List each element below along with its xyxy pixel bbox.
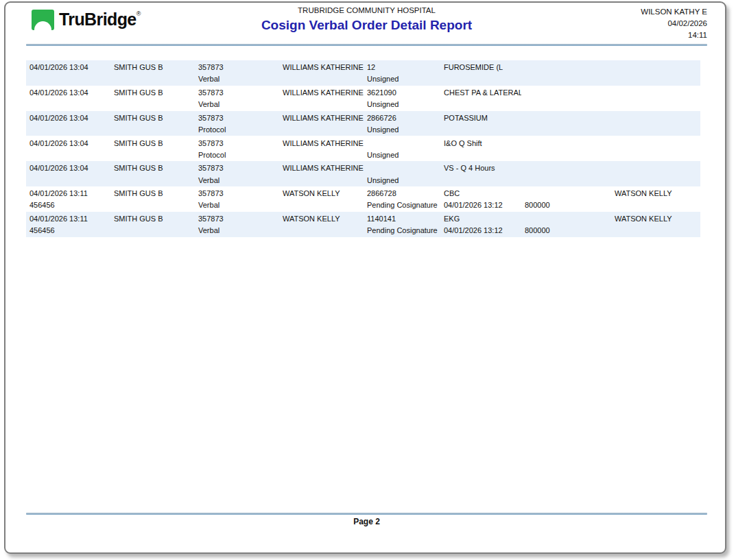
order-description: VS - Q 4 Hours <box>444 162 521 174</box>
orders-table: 04/01/2026 13:04 SMITH GUS B 357873 Verb… <box>26 60 700 237</box>
physician-cell: WILLIAMS KATHERINE <box>279 62 364 86</box>
order-type: Verbal <box>198 99 279 110</box>
empty-line <box>615 124 700 136</box>
entered-by-cell: SMITH GUS B <box>110 138 195 162</box>
entered-by: SMITH GUS B <box>114 62 195 73</box>
cosigned-by <box>615 162 700 174</box>
entered-by: SMITH GUS B <box>114 188 195 199</box>
order-number: 2866728 <box>367 188 440 199</box>
empty-line <box>283 99 364 110</box>
order-type: Protocol <box>198 149 279 161</box>
order-status: Pending Cosignature <box>367 225 440 236</box>
cosigned-by-cell <box>611 162 700 186</box>
empty-line <box>114 149 195 161</box>
cosigned-by-cell <box>611 87 700 111</box>
order-number <box>367 138 440 149</box>
cosigned-by <box>615 112 700 124</box>
order-status: Unsigned <box>367 175 440 186</box>
empty-line <box>615 73 700 85</box>
order-datetime-cell: 04/01/2026 13:04 <box>26 162 110 186</box>
empty-line <box>114 225 195 236</box>
order-number: 3621090 <box>367 87 440 99</box>
order-row: 04/01/2026 13:04 SMITH GUS B 357873 Prot… <box>26 136 700 161</box>
report-page: TruBridge ® TRUBRIDGE COMMUNITY HOSPITAL… <box>4 1 726 554</box>
description-cell: CHEST PA & LATERAL <box>440 87 521 111</box>
empty-line <box>283 73 364 85</box>
entered-by-cell: SMITH GUS B <box>110 112 195 136</box>
cosign-datetime <box>444 73 521 85</box>
empty-line <box>283 175 364 186</box>
physician-name: WILLIAMS KATHERINE <box>283 62 364 73</box>
cosign-datetime: 04/01/2026 13:12 <box>444 225 521 236</box>
empty-line <box>283 199 364 211</box>
physician-cell: WILLIAMS KATHERINE <box>279 87 364 111</box>
order-number-cell: 12 Unsigned <box>364 62 440 86</box>
footer-divider <box>26 513 707 515</box>
cosign-code <box>525 175 611 186</box>
order-number-cell: 2866728 Pending Cosignature <box>364 188 440 212</box>
account-number <box>29 73 110 85</box>
visit-cell: 357873 Verbal <box>195 162 279 186</box>
report-run-date: 04/02/2026 <box>641 18 707 29</box>
order-datetime: 04/01/2026 13:11 <box>29 213 110 225</box>
order-description: CHEST PA & LATERAL <box>444 87 521 99</box>
visit-number: 357873 <box>198 112 279 124</box>
cosign-datetime: 04/01/2026 13:12 <box>444 199 521 211</box>
visit-number: 357873 <box>198 188 279 199</box>
physician-cell: WATSON KELLY <box>279 213 364 237</box>
order-row: 04/01/2026 13:11 456456 SMITH GUS B 3578… <box>26 186 700 212</box>
order-status: Pending Cosignature <box>367 199 440 211</box>
order-datetime: 04/01/2026 13:04 <box>29 138 110 149</box>
cosign-code <box>525 124 611 136</box>
order-datetime: 04/01/2026 13:04 <box>29 62 110 73</box>
physician-name: WATSON KELLY <box>283 213 364 225</box>
physician-name: WILLIAMS KATHERINE <box>283 112 364 124</box>
order-number: 12 <box>367 62 440 73</box>
empty-line <box>283 149 364 161</box>
report-header-center: TRUBRIDGE COMMUNITY HOSPITAL Cosign Verb… <box>26 6 707 33</box>
order-description: FUROSEMIDE (L <box>444 62 521 73</box>
description-cell: FUROSEMIDE (L <box>440 62 521 86</box>
empty-line <box>525 213 611 225</box>
visit-cell: 357873 Protocol <box>195 138 279 162</box>
page-number: Page 2 <box>26 517 707 526</box>
cosign-code-cell: 800000 <box>521 188 611 212</box>
order-type: Verbal <box>198 175 279 186</box>
empty-line <box>525 138 611 149</box>
visit-number: 357873 <box>198 162 279 174</box>
entered-by-cell: SMITH GUS B <box>110 62 195 86</box>
cosign-code-cell <box>521 62 611 86</box>
order-type: Verbal <box>198 73 279 85</box>
visit-cell: 357873 Verbal <box>195 87 279 111</box>
order-datetime-cell: 04/01/2026 13:11 456456 <box>26 213 110 237</box>
order-number <box>367 162 440 174</box>
empty-line <box>525 87 611 99</box>
order-datetime: 04/01/2026 13:04 <box>29 87 110 99</box>
entered-by-cell: SMITH GUS B <box>110 213 195 237</box>
empty-line <box>615 149 700 161</box>
account-number <box>29 99 110 110</box>
description-cell: CBC 04/01/2026 13:12 <box>440 188 521 212</box>
cosign-code-cell: 800000 <box>521 213 611 237</box>
physician-name: WILLIAMS KATHERINE <box>283 138 364 149</box>
order-type: Protocol <box>198 124 279 136</box>
empty-line <box>615 225 700 236</box>
empty-line <box>525 188 611 199</box>
facility-name: TRUBRIDGE COMMUNITY HOSPITAL <box>26 6 707 14</box>
cosign-datetime <box>444 149 521 161</box>
order-datetime-cell: 04/01/2026 13:04 <box>26 87 110 111</box>
cosign-datetime <box>444 124 521 136</box>
cosign-code <box>525 73 611 85</box>
description-cell: VS - Q 4 Hours <box>440 162 521 186</box>
visit-number: 357873 <box>198 87 279 99</box>
empty-line <box>525 162 611 174</box>
order-datetime: 04/01/2026 13:04 <box>29 162 110 174</box>
entered-by: SMITH GUS B <box>114 87 195 99</box>
entered-by-cell: SMITH GUS B <box>110 162 195 186</box>
cosigned-by: WATSON KELLY <box>615 188 700 199</box>
physician-cell: WILLIAMS KATHERINE <box>279 138 364 162</box>
order-datetime-cell: 04/01/2026 13:04 <box>26 112 110 136</box>
cosign-code: 800000 <box>525 199 611 211</box>
visit-cell: 357873 Verbal <box>195 188 279 212</box>
physician-cell: WILLIAMS KATHERINE <box>279 162 364 186</box>
